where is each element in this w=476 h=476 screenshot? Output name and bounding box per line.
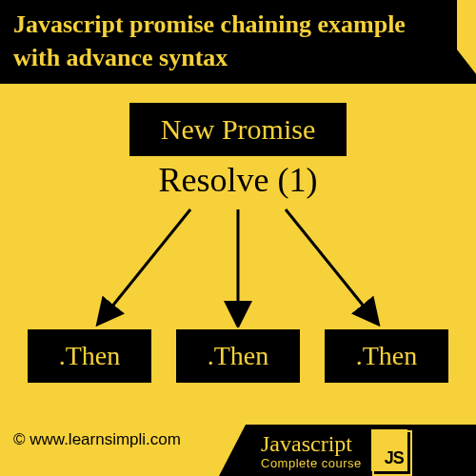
js-badge-icon: JS: [371, 429, 407, 471]
brand-bar: Javascript Complete course JS: [246, 425, 476, 476]
resolve-label: Resolve (1): [0, 160, 476, 200]
node-then-label: .Then: [208, 341, 269, 371]
node-then-label: .Then: [59, 341, 121, 371]
brand-main: Javascript: [261, 432, 362, 455]
footer: © www.learnsimpli.com Javascript Complet…: [0, 419, 476, 476]
svg-line-0: [103, 209, 190, 318]
node-then: .Then: [28, 329, 151, 383]
node-then: .Then: [176, 329, 300, 383]
brand-text: Javascript Complete course: [261, 432, 362, 469]
svg-line-2: [286, 209, 373, 318]
node-new-promise: New Promise: [129, 103, 347, 156]
then-row: .Then .Then .Then: [0, 329, 476, 383]
node-then-label: .Then: [356, 341, 418, 371]
brand-sub: Complete course: [261, 457, 362, 469]
node-new-promise-label: New Promise: [161, 113, 315, 146]
arrows-diagram: [0, 204, 476, 327]
js-badge-label: JS: [385, 448, 404, 468]
page-title: Javascript promise chaining example with…: [13, 10, 406, 71]
credit-text: © www.learnsimpli.com: [13, 430, 181, 449]
node-then: .Then: [325, 329, 448, 383]
page-title-banner: Javascript promise chaining example with…: [0, 0, 457, 84]
